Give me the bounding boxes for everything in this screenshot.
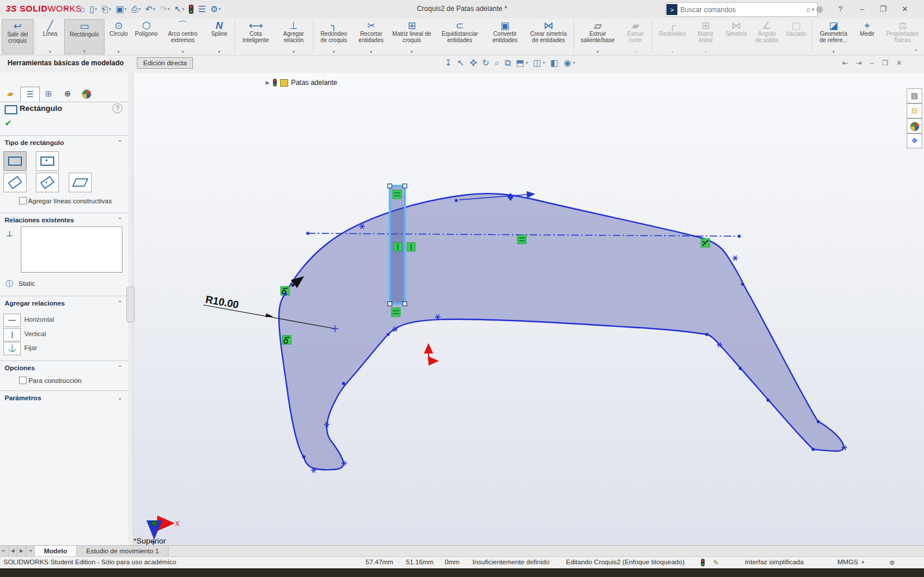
taskpane-forum-button[interactable]: ❖ xyxy=(907,133,922,148)
tab-scroll-last[interactable]: ⇥ xyxy=(26,546,35,557)
tab-modelo[interactable]: Modelo xyxy=(35,546,77,557)
chevron-down-icon[interactable]: ▾ xyxy=(526,61,528,65)
tab-scroll-prev[interactable]: ◀ xyxy=(9,546,17,557)
rebuild-button[interactable] xyxy=(187,3,195,15)
select-cursor-icon[interactable]: ↖ xyxy=(457,58,465,68)
chevron-down-icon[interactable]: ▾ xyxy=(543,61,545,65)
chevron-down-icon[interactable]: ▾ xyxy=(411,50,413,54)
construction-lines-checkbox[interactable] xyxy=(19,197,27,204)
open-button[interactable]: ⎗▾ xyxy=(100,3,113,15)
search-input[interactable] xyxy=(678,6,805,14)
chevron-down-icon[interactable]: ▾ xyxy=(597,50,599,54)
account-button[interactable]: ◎ xyxy=(811,2,828,16)
panel-splitter-handle[interactable] xyxy=(126,286,135,322)
zoom-to-fit-icon[interactable]: ⌕ xyxy=(494,58,499,68)
tab-herramientas-basicas[interactable]: Herramientas básicas de modelado xyxy=(8,59,124,67)
chevron-down-icon[interactable]: ▾ xyxy=(370,50,372,54)
chevron-down-icon[interactable]: ▾ xyxy=(109,7,111,12)
horizontal-relation-badge[interactable] xyxy=(393,190,401,199)
ribbon-button-arco-centro-extremos[interactable]: ⌒Arco centro extremos▾ xyxy=(160,19,205,54)
fix-relation-badge[interactable] xyxy=(701,239,710,247)
tab-featuremanager[interactable]: ▰ xyxy=(1,87,20,101)
doc-close-icon[interactable]: ✕ xyxy=(896,59,902,67)
help-icon[interactable]: ? xyxy=(113,103,122,113)
ribbon-button-poligono[interactable]: ⬡Polígono xyxy=(132,19,160,54)
chevron-down-icon[interactable]: ▾ xyxy=(118,50,120,54)
ribbon-button-convertir-entidades[interactable]: ▣Convertir entidades xyxy=(485,19,525,54)
collapse-icon[interactable]: ⌃ xyxy=(118,217,122,223)
rotate-view-icon[interactable]: ↻ xyxy=(482,58,490,68)
view-orientation-icon[interactable]: ⬒ xyxy=(516,58,524,68)
new-document-button[interactable]: ▯▾ xyxy=(88,3,99,15)
help-button[interactable]: ? xyxy=(832,2,849,16)
undo-button[interactable]: ↶▾ xyxy=(144,3,157,15)
chevron-down-icon[interactable]: ▾ xyxy=(293,50,295,54)
vertical-relation-badge[interactable] xyxy=(407,243,415,251)
center-3point-rectangle-button[interactable] xyxy=(36,173,59,192)
corner-rectangle-button[interactable] xyxy=(3,151,27,171)
ribbon-button-spline[interactable]: NSpline▾ xyxy=(206,19,233,54)
ribbon-button-agregar-relacion[interactable]: ⊥Agregar relación▾ xyxy=(275,19,312,54)
chevron-down-icon[interactable]: ▾ xyxy=(153,7,155,12)
chevron-down-icon[interactable]: ▾ xyxy=(573,61,575,65)
chevron-down-icon[interactable]: ▾ xyxy=(182,7,184,12)
ribbon-button-crear-simetria[interactable]: ⋈Crear simetría de entidades xyxy=(525,19,572,54)
units-label[interactable]: MMGS xyxy=(837,559,858,565)
tab-scroll-first[interactable]: ⇤ xyxy=(0,546,9,557)
ribbon-button-linea[interactable]: ╱Línea▾ xyxy=(36,19,64,54)
file-properties-button[interactable]: ☰ xyxy=(196,3,207,15)
chevron-down-icon[interactable]: ▾ xyxy=(125,7,127,12)
print-button[interactable]: ⎙▾ xyxy=(129,3,143,15)
globe-icon[interactable]: ⊛ xyxy=(889,559,895,567)
restore-button[interactable]: ❐ xyxy=(874,2,892,16)
doc-restore-icon[interactable]: ❐ xyxy=(882,59,888,67)
collapse-icon[interactable]: ⌃ xyxy=(118,300,122,306)
vertex-handle[interactable] xyxy=(388,302,392,306)
ribbon-button-redondeo-croquis[interactable]: ╮Redondeo de croquis▾ xyxy=(315,19,353,54)
taskpane-appearances-button[interactable] xyxy=(907,118,922,133)
ribbon-button-medir[interactable]: ⌖Medir xyxy=(854,19,881,54)
tab-edicion-directa[interactable]: Edición directa xyxy=(137,57,193,69)
interface-mode-label[interactable]: Interfaz simplificada xyxy=(745,559,804,565)
minimize-button[interactable]: – xyxy=(854,2,871,16)
ribbon-button-circulo[interactable]: ⊙Círculo▾ xyxy=(105,19,132,54)
zoom-to-area-icon[interactable]: ⧉ xyxy=(505,58,511,68)
logo-expand-icon[interactable]: ▸ xyxy=(65,5,68,11)
graphics-area[interactable]: R10.00 X Z *Superior ▶ Patas adelante xyxy=(128,73,924,545)
chevron-down-icon[interactable]: ▾ xyxy=(833,50,835,54)
ribbon-button-geometria-referencia[interactable]: ◪Geometría de refere...▾ xyxy=(814,19,854,54)
tree-expand-icon[interactable]: ▶ xyxy=(266,80,270,85)
ribbon-button-matriz-lineal-croquis[interactable]: ⊞Matriz lineal de croquis▾ xyxy=(389,19,434,54)
pan-icon[interactable]: ✜ xyxy=(470,58,477,68)
tangent-relation-badge[interactable] xyxy=(282,336,291,344)
chevron-down-icon[interactable]: ▾ xyxy=(95,7,97,12)
collapse-icon[interactable]: ⌃ xyxy=(118,139,122,146)
section-view-icon[interactable]: ◧ xyxy=(550,58,558,68)
vertical-relation-button[interactable]: | xyxy=(3,328,21,341)
ribbon-button-equidistanciar-entidades[interactable]: ⊂Equidistanciar entidades xyxy=(434,19,485,54)
hide-show-items-icon[interactable]: ◉ xyxy=(564,58,571,68)
expand-icon[interactable]: ⌄ xyxy=(118,394,122,401)
fijar-label[interactable]: Fijar xyxy=(24,344,37,351)
units-caret-icon[interactable]: ▴ xyxy=(862,559,865,564)
ribbon-collapse-icon[interactable]: ⌃ xyxy=(914,49,918,55)
taskpane-design-library-button[interactable]: ⊟ xyxy=(907,103,922,118)
tab-dimxpertmanager[interactable]: ⊕ xyxy=(58,87,77,101)
tab-configurationmanager[interactable]: ⊞ xyxy=(39,87,58,101)
para-construccion-checkbox[interactable] xyxy=(19,377,27,384)
doc-minimize-icon[interactable]: – xyxy=(870,59,874,67)
ribbon-button-extruir-saliente[interactable]: ▱Extruir saliente/base▾ xyxy=(575,19,620,54)
tab-displaymanager[interactable] xyxy=(77,87,96,101)
chevron-down-icon[interactable]: ▾ xyxy=(83,49,85,54)
chevron-down-icon[interactable]: ▾ xyxy=(218,50,221,54)
tab-scroll-next[interactable]: ▶ xyxy=(17,546,26,557)
fix-relation-button[interactable]: ⚓ xyxy=(3,342,21,355)
ribbon-button-recortar-entidades[interactable]: ✂Recortar entidades▾ xyxy=(353,19,389,54)
display-style-icon[interactable]: ◫ xyxy=(533,58,541,68)
tab-propertymanager[interactable]: ☰ xyxy=(20,87,40,102)
dock-left-icon[interactable]: ⇤ xyxy=(842,59,848,67)
ribbon-button-salir-del-croquis[interactable]: ↩Salir del croquis xyxy=(2,19,33,54)
flyout-feature-tree[interactable]: ▶ Patas adelante xyxy=(266,78,337,87)
options-button[interactable]: ⚙▾ xyxy=(208,3,222,15)
center-rectangle-button[interactable] xyxy=(36,151,59,171)
